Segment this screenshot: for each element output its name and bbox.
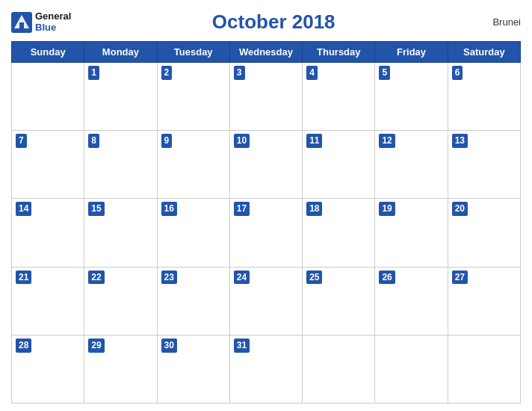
days-of-week-row: Sunday Monday Tuesday Wednesday Thursday… xyxy=(12,42,521,63)
day-number: 8 xyxy=(88,134,99,148)
calendar-cell: 9 xyxy=(157,131,229,199)
day-number: 21 xyxy=(16,271,31,285)
calendar-cell: 22 xyxy=(84,267,157,335)
day-number: 27 xyxy=(452,271,468,285)
calendar-cell: 12 xyxy=(375,131,448,199)
logo-text: General Blue xyxy=(35,11,71,33)
day-number: 30 xyxy=(161,339,177,353)
calendar-cell: 28 xyxy=(12,335,84,403)
calendar-cell xyxy=(303,335,375,403)
calendar-cell: 7 xyxy=(12,131,84,199)
day-number: 22 xyxy=(88,271,104,285)
header-wednesday: Wednesday xyxy=(229,42,302,63)
header-monday: Monday xyxy=(84,42,157,63)
calendar-cell: 26 xyxy=(375,267,448,335)
calendar-cell: 1 xyxy=(84,63,157,131)
calendar-cell: 21 xyxy=(12,267,84,335)
day-number: 31 xyxy=(234,339,250,353)
calendar-cell: 18 xyxy=(303,199,375,267)
header-thursday: Thursday xyxy=(303,42,375,63)
day-number: 4 xyxy=(306,66,318,80)
calendar-cell: 30 xyxy=(157,335,229,403)
logo-blue: Blue xyxy=(35,22,71,33)
calendar-title: October 2018 xyxy=(71,10,476,34)
generalblue-logo-icon xyxy=(11,12,32,33)
calendar-cell xyxy=(448,335,520,403)
header-tuesday: Tuesday xyxy=(157,42,229,63)
day-number: 12 xyxy=(379,134,395,148)
header-friday: Friday xyxy=(375,42,448,63)
calendar-cell: 10 xyxy=(229,131,302,199)
calendar-cell: 29 xyxy=(84,335,157,403)
calendar-week-3: 14151617181920 xyxy=(12,199,521,267)
calendar-cell: 23 xyxy=(157,267,229,335)
calendar-cell: 20 xyxy=(448,199,520,267)
calendar-cell: 24 xyxy=(229,267,302,335)
day-number: 13 xyxy=(452,134,468,148)
country-label: Brunei xyxy=(476,16,521,28)
day-number: 1 xyxy=(88,66,99,80)
header-saturday: Saturday xyxy=(448,42,520,63)
day-number: 10 xyxy=(234,134,250,148)
day-number: 25 xyxy=(306,271,322,285)
calendar-cell: 14 xyxy=(12,199,84,267)
day-number: 17 xyxy=(234,202,250,216)
calendar-week-5: 28293031 xyxy=(12,335,521,403)
calendar-cell: 4 xyxy=(303,63,375,131)
calendar-cell: 2 xyxy=(157,63,229,131)
day-number: 5 xyxy=(379,66,390,80)
day-number: 14 xyxy=(16,202,31,216)
calendar-cell: 8 xyxy=(84,131,157,199)
day-number: 15 xyxy=(88,202,104,216)
day-number: 9 xyxy=(161,134,173,148)
logo: General Blue xyxy=(11,11,71,33)
calendar-table: Sunday Monday Tuesday Wednesday Thursday… xyxy=(11,41,521,404)
day-number: 28 xyxy=(16,339,31,353)
calendar-cell: 6 xyxy=(448,63,520,131)
calendar-week-1: 123456 xyxy=(12,63,521,131)
calendar-cell: 5 xyxy=(375,63,448,131)
calendar-cell: 13 xyxy=(448,131,520,199)
calendar-cell xyxy=(12,63,84,131)
calendar-body: 1234567891011121314151617181920212223242… xyxy=(12,63,521,404)
day-number: 23 xyxy=(161,271,177,285)
svg-rect-2 xyxy=(19,22,24,28)
day-number: 26 xyxy=(379,271,395,285)
calendar-cell: 15 xyxy=(84,199,157,267)
calendar-cell: 25 xyxy=(303,267,375,335)
calendar-cell: 16 xyxy=(157,199,229,267)
day-number: 7 xyxy=(16,134,27,148)
header-sunday: Sunday xyxy=(12,42,84,63)
day-number: 11 xyxy=(306,134,322,148)
logo-general: General xyxy=(35,11,71,22)
calendar-cell: 11 xyxy=(303,131,375,199)
day-number: 18 xyxy=(306,202,322,216)
day-number: 16 xyxy=(161,202,177,216)
day-number: 6 xyxy=(452,66,463,80)
calendar-week-2: 78910111213 xyxy=(12,131,521,199)
day-number: 24 xyxy=(234,271,250,285)
day-number: 29 xyxy=(88,339,104,353)
calendar-week-4: 21222324252627 xyxy=(12,267,521,335)
calendar-cell xyxy=(375,335,448,403)
calendar-cell: 3 xyxy=(229,63,302,131)
day-number: 3 xyxy=(234,66,245,80)
calendar-cell: 17 xyxy=(229,199,302,267)
calendar-header: General Blue October 2018 Brunei xyxy=(11,7,521,37)
calendar-cell: 19 xyxy=(375,199,448,267)
day-number: 20 xyxy=(452,202,468,216)
calendar-cell: 27 xyxy=(448,267,520,335)
calendar-cell: 31 xyxy=(229,335,302,403)
day-number: 19 xyxy=(379,202,395,216)
day-number: 2 xyxy=(161,66,173,80)
